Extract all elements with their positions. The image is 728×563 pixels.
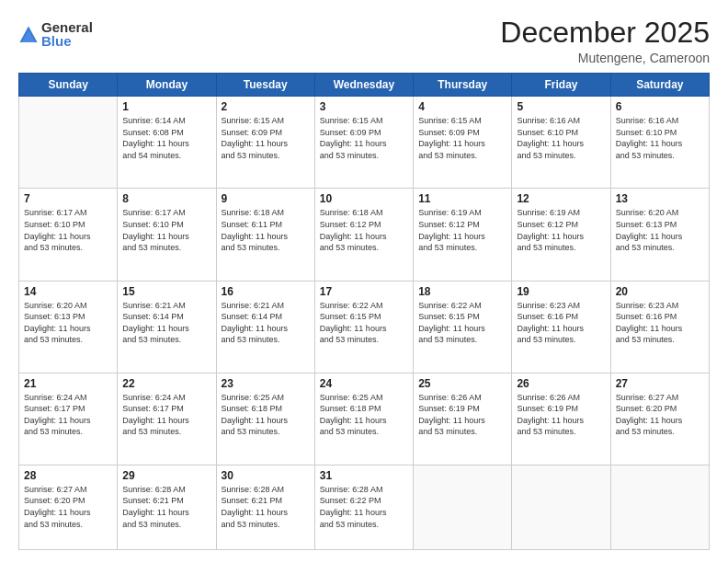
header-thursday: Thursday xyxy=(414,74,512,97)
table-row: 31Sunrise: 6:28 AM Sunset: 6:22 PM Dayli… xyxy=(314,465,413,549)
day-info: Sunrise: 6:16 AM Sunset: 6:10 PM Dayligh… xyxy=(616,115,704,161)
day-info: Sunrise: 6:16 AM Sunset: 6:10 PM Dayligh… xyxy=(517,115,605,161)
day-info: Sunrise: 6:23 AM Sunset: 6:16 PM Dayligh… xyxy=(517,300,605,346)
calendar-header-row: Sunday Monday Tuesday Wednesday Thursday… xyxy=(19,74,710,97)
day-info: Sunrise: 6:18 AM Sunset: 6:12 PM Dayligh… xyxy=(320,207,408,253)
day-info: Sunrise: 6:24 AM Sunset: 6:17 PM Dayligh… xyxy=(24,392,112,438)
day-info: Sunrise: 6:15 AM Sunset: 6:09 PM Dayligh… xyxy=(320,115,408,161)
day-info: Sunrise: 6:28 AM Sunset: 6:21 PM Dayligh… xyxy=(122,484,210,530)
day-number: 13 xyxy=(616,192,704,205)
day-number: 18 xyxy=(418,285,506,298)
table-row: 2Sunrise: 6:15 AM Sunset: 6:09 PM Daylig… xyxy=(216,97,314,189)
day-number: 19 xyxy=(517,285,605,298)
table-row xyxy=(610,465,709,549)
title-block: December 2025 Mutengene, Cameroon xyxy=(500,17,710,65)
table-row: 27Sunrise: 6:27 AM Sunset: 6:20 PM Dayli… xyxy=(610,373,709,465)
month-title: December 2025 xyxy=(500,17,710,49)
day-number: 11 xyxy=(418,192,506,205)
day-info: Sunrise: 6:17 AM Sunset: 6:10 PM Dayligh… xyxy=(122,207,210,253)
day-number: 31 xyxy=(320,469,408,482)
day-info: Sunrise: 6:21 AM Sunset: 6:14 PM Dayligh… xyxy=(122,300,210,346)
day-number: 21 xyxy=(24,377,112,390)
table-row: 3Sunrise: 6:15 AM Sunset: 6:09 PM Daylig… xyxy=(314,97,413,189)
table-row: 11Sunrise: 6:19 AM Sunset: 6:12 PM Dayli… xyxy=(414,189,512,281)
day-number: 3 xyxy=(320,100,408,113)
day-number: 22 xyxy=(122,377,210,390)
table-row: 19Sunrise: 6:23 AM Sunset: 6:16 PM Dayli… xyxy=(512,281,610,373)
day-number: 9 xyxy=(222,192,310,205)
table-row: 21Sunrise: 6:24 AM Sunset: 6:17 PM Dayli… xyxy=(19,373,118,465)
table-row: 30Sunrise: 6:28 AM Sunset: 6:21 PM Dayli… xyxy=(216,465,314,549)
day-info: Sunrise: 6:17 AM Sunset: 6:10 PM Dayligh… xyxy=(24,207,112,253)
day-info: Sunrise: 6:26 AM Sunset: 6:19 PM Dayligh… xyxy=(418,392,506,438)
table-row: 26Sunrise: 6:26 AM Sunset: 6:19 PM Dayli… xyxy=(512,373,610,465)
table-row xyxy=(512,465,610,549)
table-row: 16Sunrise: 6:21 AM Sunset: 6:14 PM Dayli… xyxy=(216,281,314,373)
header-monday: Monday xyxy=(118,74,216,97)
day-number: 28 xyxy=(24,469,112,482)
day-info: Sunrise: 6:21 AM Sunset: 6:14 PM Dayligh… xyxy=(222,300,310,346)
calendar-week-row: 28Sunrise: 6:27 AM Sunset: 6:20 PM Dayli… xyxy=(19,465,710,549)
day-info: Sunrise: 6:22 AM Sunset: 6:15 PM Dayligh… xyxy=(320,300,408,346)
day-info: Sunrise: 6:15 AM Sunset: 6:09 PM Dayligh… xyxy=(418,115,506,161)
table-row: 24Sunrise: 6:25 AM Sunset: 6:18 PM Dayli… xyxy=(314,373,413,465)
logo-icon xyxy=(18,25,39,45)
day-info: Sunrise: 6:26 AM Sunset: 6:19 PM Dayligh… xyxy=(517,392,605,438)
logo-general-text: General xyxy=(41,20,93,34)
table-row: 6Sunrise: 6:16 AM Sunset: 6:10 PM Daylig… xyxy=(610,97,709,189)
header-tuesday: Tuesday xyxy=(216,74,314,97)
table-row: 28Sunrise: 6:27 AM Sunset: 6:20 PM Dayli… xyxy=(19,465,118,549)
table-row: 23Sunrise: 6:25 AM Sunset: 6:18 PM Dayli… xyxy=(216,373,314,465)
day-number: 2 xyxy=(222,100,310,113)
day-number: 12 xyxy=(517,192,605,205)
day-number: 16 xyxy=(222,285,310,298)
page: General Blue December 2025 Mutengene, Ca… xyxy=(0,0,728,563)
logo-blue-text: Blue xyxy=(41,34,93,48)
table-row: 18Sunrise: 6:22 AM Sunset: 6:15 PM Dayli… xyxy=(414,281,512,373)
table-row: 22Sunrise: 6:24 AM Sunset: 6:17 PM Dayli… xyxy=(118,373,216,465)
location: Mutengene, Cameroon xyxy=(500,51,710,65)
day-info: Sunrise: 6:14 AM Sunset: 6:08 PM Dayligh… xyxy=(122,115,210,161)
header: General Blue December 2025 Mutengene, Ca… xyxy=(18,17,710,65)
calendar-week-row: 1Sunrise: 6:14 AM Sunset: 6:08 PM Daylig… xyxy=(19,97,710,189)
day-number: 24 xyxy=(320,377,408,390)
day-number: 5 xyxy=(517,100,605,113)
day-info: Sunrise: 6:24 AM Sunset: 6:17 PM Dayligh… xyxy=(122,392,210,438)
day-number: 4 xyxy=(418,100,506,113)
day-number: 1 xyxy=(122,100,210,113)
day-info: Sunrise: 6:22 AM Sunset: 6:15 PM Dayligh… xyxy=(418,300,506,346)
calendar-week-row: 14Sunrise: 6:20 AM Sunset: 6:13 PM Dayli… xyxy=(19,281,710,373)
day-info: Sunrise: 6:18 AM Sunset: 6:11 PM Dayligh… xyxy=(222,207,310,253)
day-info: Sunrise: 6:20 AM Sunset: 6:13 PM Dayligh… xyxy=(616,207,704,253)
logo: General Blue xyxy=(18,20,93,48)
table-row: 5Sunrise: 6:16 AM Sunset: 6:10 PM Daylig… xyxy=(512,97,610,189)
calendar-week-row: 7Sunrise: 6:17 AM Sunset: 6:10 PM Daylig… xyxy=(19,189,710,281)
header-saturday: Saturday xyxy=(610,74,709,97)
day-number: 25 xyxy=(418,377,506,390)
table-row: 29Sunrise: 6:28 AM Sunset: 6:21 PM Dayli… xyxy=(118,465,216,549)
day-number: 10 xyxy=(320,192,408,205)
day-number: 23 xyxy=(222,377,310,390)
day-number: 17 xyxy=(320,285,408,298)
table-row: 17Sunrise: 6:22 AM Sunset: 6:15 PM Dayli… xyxy=(314,281,413,373)
day-info: Sunrise: 6:19 AM Sunset: 6:12 PM Dayligh… xyxy=(517,207,605,253)
day-number: 7 xyxy=(24,192,112,205)
table-row: 15Sunrise: 6:21 AM Sunset: 6:14 PM Dayli… xyxy=(118,281,216,373)
table-row: 9Sunrise: 6:18 AM Sunset: 6:11 PM Daylig… xyxy=(216,189,314,281)
day-info: Sunrise: 6:20 AM Sunset: 6:13 PM Dayligh… xyxy=(24,300,112,346)
day-info: Sunrise: 6:15 AM Sunset: 6:09 PM Dayligh… xyxy=(222,115,310,161)
table-row: 1Sunrise: 6:14 AM Sunset: 6:08 PM Daylig… xyxy=(118,97,216,189)
table-row: 4Sunrise: 6:15 AM Sunset: 6:09 PM Daylig… xyxy=(414,97,512,189)
day-info: Sunrise: 6:25 AM Sunset: 6:18 PM Dayligh… xyxy=(222,392,310,438)
day-number: 6 xyxy=(616,100,704,113)
day-info: Sunrise: 6:27 AM Sunset: 6:20 PM Dayligh… xyxy=(24,484,112,530)
table-row: 12Sunrise: 6:19 AM Sunset: 6:12 PM Dayli… xyxy=(512,189,610,281)
table-row: 8Sunrise: 6:17 AM Sunset: 6:10 PM Daylig… xyxy=(118,189,216,281)
header-sunday: Sunday xyxy=(19,74,118,97)
day-number: 29 xyxy=(122,469,210,482)
table-row xyxy=(414,465,512,549)
day-number: 15 xyxy=(122,285,210,298)
day-number: 20 xyxy=(616,285,704,298)
calendar-table: Sunday Monday Tuesday Wednesday Thursday… xyxy=(18,73,710,550)
table-row: 7Sunrise: 6:17 AM Sunset: 6:10 PM Daylig… xyxy=(19,189,118,281)
